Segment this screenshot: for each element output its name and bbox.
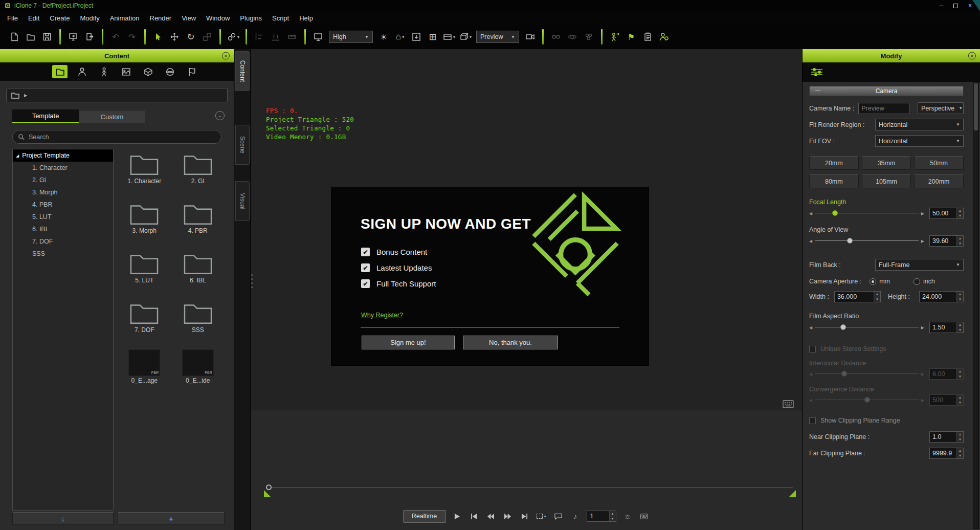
folder-item[interactable]: 1. Character <box>127 151 161 201</box>
animation-tab-icon[interactable] <box>96 65 112 78</box>
linkage-cluster-icon[interactable] <box>582 30 595 43</box>
projection-dropdown[interactable]: Perspective ▼ <box>918 102 964 114</box>
last-frame-icon[interactable] <box>519 512 530 521</box>
minimize-button[interactable]: – <box>940 2 943 9</box>
angle-of-view-input[interactable]: 39.60 ▲▼ <box>929 235 964 247</box>
far-clipping-spinner[interactable]: ▲▼ <box>956 448 963 458</box>
dock-tab-content[interactable]: Content <box>235 51 250 91</box>
hotkey-panel-icon[interactable] <box>639 512 650 521</box>
slider-right-arrow[interactable]: ▶ <box>921 235 924 247</box>
light-icon[interactable]: ☀ <box>377 30 390 43</box>
content-close-icon[interactable]: × <box>222 52 230 60</box>
folder-item[interactable]: 7. DOF <box>128 300 161 349</box>
lens-preset-35mm[interactable]: 35mm <box>862 156 911 170</box>
tree-item-morph[interactable]: 3. Morph <box>13 186 113 198</box>
redo-icon[interactable]: ↷ <box>125 30 139 43</box>
splitter-handle[interactable] <box>251 274 253 288</box>
display-mode-icon[interactable] <box>311 30 325 43</box>
focal-length-input[interactable]: 50.00 ▲▼ <box>929 208 964 219</box>
camera-icon[interactable] <box>523 30 537 43</box>
prop-tab-icon[interactable] <box>140 65 155 78</box>
image-tab-icon[interactable] <box>118 65 133 78</box>
menu-item-view[interactable]: View <box>176 13 201 24</box>
slider-right-arrow[interactable]: ▶ <box>921 322 924 333</box>
menu-item-window[interactable]: Window <box>201 13 235 24</box>
menu-item-render[interactable]: Render <box>145 13 177 24</box>
link-dropdown-arrow[interactable]: ▾ <box>237 35 239 39</box>
menu-item-plugins[interactable]: Plugins <box>235 13 267 24</box>
menu-item-help[interactable]: Help <box>294 13 318 24</box>
dock-tab-scene[interactable]: Scene <box>235 125 250 165</box>
tree-root-project-template[interactable]: ◢ Project Template <box>13 149 113 162</box>
select-tool-icon[interactable] <box>151 30 165 43</box>
download-button[interactable]: ↓ <box>12 512 114 525</box>
film-back-dropdown[interactable]: Full-Frame ▼ <box>875 259 964 271</box>
align-bottom-icon[interactable] <box>269 30 282 43</box>
range-select-icon[interactable]: ▾ <box>536 512 547 521</box>
menu-item-modify[interactable]: Modify <box>75 13 104 24</box>
undo-icon[interactable]: ↶ <box>109 30 122 43</box>
add-content-button[interactable]: + <box>118 512 225 525</box>
slider-right-arrow[interactable]: ▶ <box>921 208 924 219</box>
angle-of-view-spinner[interactable]: ▲▼ <box>956 236 963 246</box>
focal-length-knob[interactable] <box>832 210 838 216</box>
tree-item-character[interactable]: 1. Character <box>13 162 113 174</box>
folder-item[interactable]: 3. Morph <box>128 201 161 250</box>
tree-item-dof[interactable]: 7. DOF <box>13 235 113 248</box>
tree-expanded-icon[interactable]: ◢ <box>16 153 19 158</box>
camera-view-dropdown[interactable]: Preview ▼ <box>476 31 519 43</box>
film-aspect-ratio-spinner[interactable]: ▲▼ <box>956 322 963 333</box>
collapse-chevron-icon[interactable]: ⌄ <box>215 111 225 120</box>
edit-motion-layer-icon[interactable] <box>608 30 621 43</box>
lens-preset-50mm[interactable]: 50mm <box>914 156 964 170</box>
frame-spinner[interactable]: ▲▼ <box>609 511 616 521</box>
breadcrumb-arrow-icon[interactable]: ▶ <box>24 93 27 98</box>
menu-item-animation[interactable]: Animation <box>105 13 145 24</box>
height-spinner[interactable]: ▲▼ <box>956 292 963 302</box>
align-left-icon[interactable] <box>253 30 266 43</box>
properties-sliders-icon[interactable] <box>811 68 823 77</box>
film-aspect-ratio-slider[interactable]: ◀ ▶ <box>809 322 924 333</box>
scrollbar-thumb[interactable] <box>974 83 978 130</box>
timeline-start-marker[interactable] <box>264 490 271 497</box>
cloth-tab-icon[interactable] <box>184 65 199 78</box>
tree-item-ibl[interactable]: 6. IBL <box>13 223 113 235</box>
quality-dropdown[interactable]: High ▼ <box>329 31 373 43</box>
link-tool-icon[interactable]: ▾ <box>227 30 240 43</box>
viewport-hotkey-icon[interactable] <box>783 400 794 410</box>
slider-left-arrow[interactable]: ◀ <box>809 208 812 219</box>
menu-item-edit[interactable]: Edit <box>23 13 44 24</box>
lens-preset-200mm[interactable]: 200mm <box>914 174 964 188</box>
two-point-constraint-icon[interactable] <box>549 30 563 43</box>
camera-name-input[interactable]: Preview <box>858 103 909 114</box>
timeline-playhead[interactable] <box>266 484 272 490</box>
collapse-section-icon[interactable]: — <box>815 87 820 93</box>
timeline-end-marker[interactable] <box>789 490 796 497</box>
mm-radio[interactable] <box>870 278 876 285</box>
tree-item-gi[interactable]: 2. GI <box>13 174 113 186</box>
tree-item-lut[interactable]: 5. LUT <box>13 211 113 223</box>
height-input[interactable]: 24.000 ▲▼ <box>919 291 964 302</box>
width-spinner[interactable]: ▲▼ <box>874 292 880 302</box>
tree-item-pbr[interactable]: 4. PBR <box>13 198 113 211</box>
near-clipping-spinner[interactable]: ▲▼ <box>956 432 963 442</box>
prop-icon[interactable]: ▾ <box>459 30 472 43</box>
material-tab-icon[interactable] <box>162 65 177 78</box>
export-video-icon[interactable] <box>66 30 80 43</box>
tab-template[interactable]: Template <box>12 109 79 123</box>
new-project-icon[interactable] <box>8 30 21 43</box>
content-path-bar[interactable]: ▶ <box>6 88 228 102</box>
lens-preset-105mm[interactable]: 105mm <box>862 174 911 188</box>
grid-add-icon[interactable]: ⊞ <box>426 30 439 43</box>
lens-preset-80mm[interactable]: 80mm <box>809 174 859 188</box>
no-thank-you-button[interactable]: No, thank you. <box>463 336 558 349</box>
first-frame-icon[interactable] <box>469 512 480 521</box>
folder-tab-icon[interactable] <box>52 65 68 78</box>
angle-of-view-slider[interactable]: ◀ ▶ <box>809 235 924 247</box>
sign-me-up-button[interactable]: Sign me up! <box>362 336 455 349</box>
dock-tab-visual[interactable]: Visual <box>235 181 250 221</box>
angle-of-view-knob[interactable] <box>847 238 853 244</box>
import-content-icon[interactable] <box>410 30 423 43</box>
actor-tab-icon[interactable] <box>74 65 90 78</box>
why-register-link[interactable]: Why Register? <box>361 312 403 319</box>
